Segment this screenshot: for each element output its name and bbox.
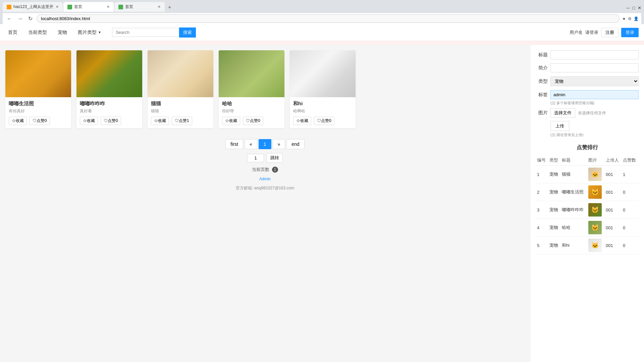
page-end-button[interactable]: end bbox=[286, 139, 304, 149]
card-title-0: 嘟嘟生活照 bbox=[9, 101, 68, 107]
form-intro-row: 简介 bbox=[536, 63, 639, 72]
upload-form-section: 标题 简介 类型 宠物 风景 其他 标签 admin (注:多个标签请用空格分隔… bbox=[536, 50, 639, 137]
tab-close-0[interactable]: ✕ bbox=[56, 5, 59, 9]
upload-hint: (注:请在登录后上传) bbox=[550, 132, 639, 137]
rank-uploader-3: 001 bbox=[604, 219, 622, 237]
rank-thumb-1: 🐱 bbox=[587, 183, 604, 201]
type-select[interactable]: 宠物 风景 其他 bbox=[550, 76, 639, 86]
card-image-2 bbox=[148, 50, 213, 97]
card-image-3 bbox=[219, 50, 284, 97]
rank-uploader-2: 001 bbox=[604, 201, 622, 219]
register-button[interactable]: 注册 bbox=[601, 28, 619, 37]
tag-label: 标签 bbox=[536, 92, 548, 98]
title-label: 标题 bbox=[536, 52, 548, 58]
collect-button-4[interactable]: ☆收藏 bbox=[293, 117, 311, 125]
page-1-button[interactable]: 1 bbox=[259, 139, 271, 149]
page-first-button[interactable]: first bbox=[225, 139, 243, 149]
upload-button[interactable]: 上传 bbox=[550, 121, 569, 131]
close-icon[interactable]: ✕ bbox=[638, 5, 641, 10]
collect-button-1[interactable]: ☆收藏 bbox=[80, 117, 98, 125]
like-button-3[interactable]: ♡点赞0 bbox=[243, 117, 263, 125]
rank-col-标题: 标题 bbox=[560, 155, 587, 166]
collect-button-0[interactable]: ☆收藏 bbox=[9, 117, 27, 125]
card-subtitle-2: 猫猫 bbox=[151, 108, 210, 114]
restore-icon[interactable]: □ bbox=[632, 5, 635, 10]
like-button-1[interactable]: ♡点赞0 bbox=[101, 117, 121, 125]
tab-label-0: hao123_上网从这里开始 bbox=[13, 4, 54, 10]
bookmark-icon[interactable]: ★ bbox=[622, 16, 626, 21]
upload-btn-wrap: 上传 bbox=[536, 119, 639, 131]
nav-pet[interactable]: 宠物 bbox=[55, 28, 70, 37]
pink-banner bbox=[0, 41, 644, 45]
rank-title-3: 哈哈 bbox=[560, 219, 587, 237]
card-subtitle-3: 你好呀 bbox=[222, 108, 281, 114]
like-button-0[interactable]: ♡点赞0 bbox=[30, 117, 50, 125]
admin-link[interactable]: Admin bbox=[259, 177, 271, 181]
tab-0[interactable]: hao123_上网从这里开始 ✕ bbox=[3, 2, 63, 12]
main-nav: 首页 当前类型 宠物 图片类型 ▼ 搜索 用户名 请登录 注册 登录 bbox=[0, 24, 644, 41]
tab-2[interactable]: 首页 ✕ bbox=[114, 2, 165, 12]
tab-label-1: 首页 bbox=[74, 4, 82, 10]
intro-input[interactable] bbox=[550, 63, 639, 72]
card-subtitle-1: 真好看 bbox=[80, 108, 139, 114]
like-button-2[interactable]: ♡点赞1 bbox=[172, 117, 192, 125]
minimize-icon[interactable]: ─ bbox=[627, 5, 630, 10]
tab-1[interactable]: 首页 ✕ bbox=[63, 2, 114, 12]
ranking-table: 编号类型标题图片上传人点赞数 1 宠物 猫猫 🐱 001 1 2 宠物 嘟嘟生活… bbox=[536, 155, 639, 254]
page-prev-button[interactable]: « bbox=[245, 139, 257, 149]
card-0: 嘟嘟生活照 有你真好 ☆收藏 ♡点赞0 bbox=[5, 50, 71, 128]
dropdown-arrow-icon: ▼ bbox=[98, 31, 101, 34]
like-button-4[interactable]: ♡点赞0 bbox=[314, 117, 334, 125]
collect-button-2[interactable]: ☆收藏 bbox=[151, 117, 169, 125]
card-actions-3: ☆收藏 ♡点赞0 bbox=[222, 117, 281, 125]
url-input[interactable] bbox=[37, 14, 620, 23]
page-next-button[interactable]: » bbox=[273, 139, 285, 149]
form-type-row: 类型 宠物 风景 其他 bbox=[536, 76, 639, 86]
extensions-icon[interactable]: ⚙ bbox=[628, 16, 632, 21]
rank-thumb-img-2: 🐱 bbox=[588, 203, 602, 217]
card-actions-4: ☆收藏 ♡点赞0 bbox=[293, 117, 352, 125]
card-body-4: 和hi 哈啊哈 ☆收藏 ♡点赞0 bbox=[290, 97, 356, 128]
cards-grid: 嘟嘟生活照 有你真好 ☆收藏 ♡点赞0 嘟嘟咋咋咋 真好看 ☆收藏 ♡点赞0 猫… bbox=[5, 50, 525, 128]
rank-num-1: 2 bbox=[536, 183, 548, 201]
tab-close-2[interactable]: ✕ bbox=[158, 5, 161, 9]
tag-input[interactable]: admin bbox=[550, 90, 639, 99]
nav-current-type[interactable]: 当前类型 bbox=[25, 28, 50, 37]
card-body-1: 嘟嘟咋咋咋 真好看 ☆收藏 ♡点赞0 bbox=[76, 97, 142, 128]
form-photo-row: 图片 选择文件 未选择任何文件 bbox=[536, 108, 639, 118]
reload-button[interactable]: ↻ bbox=[27, 15, 34, 22]
jump-input[interactable]: 1 bbox=[247, 154, 264, 162]
main-layout: 嘟嘟生活照 有你真好 ☆收藏 ♡点赞0 嘟嘟咋咋咋 真好看 ☆收藏 ♡点赞0 猫… bbox=[0, 45, 644, 362]
back-button[interactable]: ← bbox=[5, 15, 13, 22]
card-actions-0: ☆收藏 ♡点赞0 bbox=[9, 117, 68, 125]
new-tab-button[interactable]: + bbox=[165, 3, 174, 12]
rank-likes-0: 1 bbox=[622, 166, 639, 183]
content-area: 嘟嘟生活照 有你真好 ☆收藏 ♡点赞0 嘟嘟咋咋咋 真好看 ☆收藏 ♡点赞0 猫… bbox=[0, 45, 530, 362]
jump-button[interactable]: 跳转 bbox=[267, 153, 283, 163]
rank-likes-2: 0 bbox=[622, 201, 639, 219]
sidebar: 标题 简介 类型 宠物 风景 其他 标签 admin (注:多个标签请用空格分隔… bbox=[530, 45, 644, 362]
forward-button[interactable]: → bbox=[16, 15, 24, 22]
tab-close-1[interactable]: ✕ bbox=[107, 5, 110, 9]
login-button[interactable]: 登录 bbox=[621, 28, 639, 37]
rank-num-3: 4 bbox=[536, 219, 548, 237]
rank-thumb-4: 🐱 bbox=[587, 237, 604, 254]
address-bar-icons: ★ ⚙ 👤 bbox=[622, 16, 639, 21]
account-icon[interactable]: 👤 bbox=[634, 16, 639, 21]
tab-bar: hao123_上网从这里开始 ✕ 首页 ✕ 首页 ✕ + ─ □ ✕ bbox=[3, 2, 641, 12]
rank-likes-4: 0 bbox=[622, 237, 639, 254]
rank-type-0: 宠物 bbox=[548, 166, 560, 183]
card-body-3: 哈哈 你好呀 ☆收藏 ♡点赞0 bbox=[219, 97, 284, 128]
choose-file-button[interactable]: 选择文件 bbox=[550, 108, 575, 118]
collect-button-3[interactable]: ☆收藏 bbox=[222, 117, 240, 125]
pagination-wrap: first « 1 » end 1 跳转 当前页数 1 Admin 官方邮箱: … bbox=[5, 139, 525, 191]
nav-home[interactable]: 首页 bbox=[5, 28, 20, 37]
rank-thumb-img-1: 🐱 bbox=[588, 185, 602, 199]
title-input[interactable] bbox=[550, 50, 639, 59]
search-input[interactable] bbox=[112, 28, 179, 37]
rank-uploader-1: 001 bbox=[604, 183, 622, 201]
search-button[interactable]: 搜索 bbox=[179, 27, 196, 38]
rank-thumb-3: 🐱 bbox=[587, 219, 604, 237]
rank-col-点赞数: 点赞数 bbox=[622, 155, 639, 166]
nav-photo-type[interactable]: 图片类型 ▼ bbox=[75, 28, 104, 37]
